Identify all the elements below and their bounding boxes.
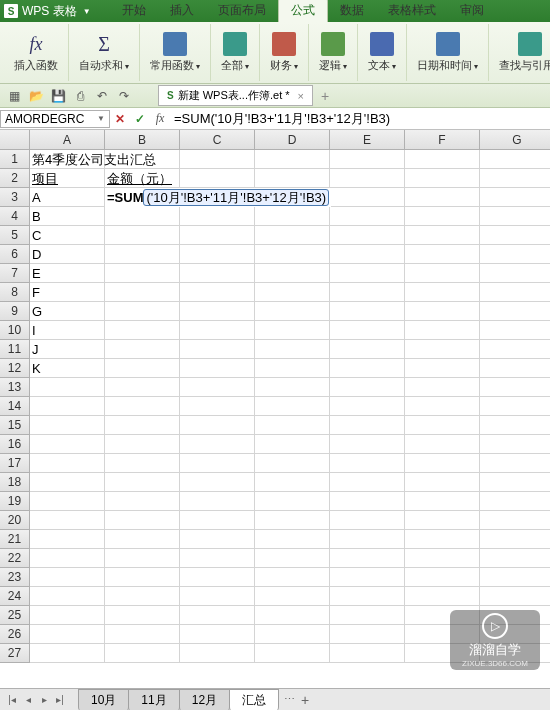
cell[interactable] — [105, 245, 180, 264]
autosum-button[interactable]: Σ 自动求和▾ — [75, 30, 133, 75]
cell[interactable] — [105, 416, 180, 435]
cell[interactable] — [330, 492, 405, 511]
lookup-fn-button[interactable]: 查找与引用▾ — [495, 30, 550, 75]
cell[interactable] — [480, 644, 550, 663]
row-header[interactable]: 13 — [0, 378, 30, 397]
cell[interactable] — [405, 169, 480, 188]
new-icon[interactable]: ▦ — [6, 88, 22, 104]
cell[interactable]: 项目 — [30, 169, 105, 188]
cell[interactable] — [180, 397, 255, 416]
cell[interactable] — [30, 511, 105, 530]
undo-icon[interactable]: ↶ — [94, 88, 110, 104]
cell[interactable] — [105, 530, 180, 549]
cell[interactable] — [255, 150, 330, 169]
cell[interactable] — [330, 340, 405, 359]
cell[interactable] — [480, 245, 550, 264]
row-header[interactable]: 6 — [0, 245, 30, 264]
row-header[interactable]: 2 — [0, 169, 30, 188]
cell[interactable] — [405, 435, 480, 454]
cell[interactable] — [405, 454, 480, 473]
cell[interactable] — [105, 568, 180, 587]
cell[interactable] — [480, 492, 550, 511]
cell[interactable]: 第4季度公司支出汇总 — [30, 150, 105, 169]
cell[interactable] — [330, 587, 405, 606]
confirm-edit-button[interactable]: ✓ — [130, 112, 150, 126]
cell[interactable] — [180, 473, 255, 492]
row-header[interactable]: 9 — [0, 302, 30, 321]
cell[interactable] — [405, 473, 480, 492]
row-header[interactable]: 7 — [0, 264, 30, 283]
cell[interactable] — [405, 397, 480, 416]
cell[interactable] — [105, 359, 180, 378]
cell[interactable] — [480, 378, 550, 397]
cell[interactable] — [480, 188, 550, 207]
cell[interactable] — [330, 264, 405, 283]
cell[interactable] — [405, 226, 480, 245]
cell[interactable] — [480, 587, 550, 606]
col-header-B[interactable]: B — [105, 130, 180, 150]
cell[interactable] — [105, 454, 180, 473]
cell[interactable]: B — [30, 207, 105, 226]
row-header[interactable]: 24 — [0, 587, 30, 606]
cell[interactable] — [255, 245, 330, 264]
cell[interactable] — [105, 302, 180, 321]
cell[interactable] — [405, 340, 480, 359]
cell[interactable] — [405, 378, 480, 397]
cell[interactable] — [480, 302, 550, 321]
cell[interactable] — [180, 435, 255, 454]
row-header[interactable]: 25 — [0, 606, 30, 625]
print-icon[interactable]: ⎙ — [72, 88, 88, 104]
cell[interactable] — [105, 340, 180, 359]
open-icon[interactable]: 📂 — [28, 88, 44, 104]
cell[interactable] — [330, 207, 405, 226]
cells-area[interactable]: 第4季度公司支出汇总项目金额（元）A=SUM('10月'!B3+'11月'!B3… — [30, 150, 550, 663]
cell[interactable] — [105, 492, 180, 511]
cell[interactable]: K — [30, 359, 105, 378]
cell[interactable] — [405, 416, 480, 435]
cell[interactable] — [405, 283, 480, 302]
cell[interactable] — [255, 207, 330, 226]
tab-tablestyle[interactable]: 表格样式 — [376, 0, 448, 22]
row-header[interactable]: 18 — [0, 473, 30, 492]
cell[interactable] — [180, 606, 255, 625]
cell[interactable] — [330, 302, 405, 321]
cell[interactable] — [480, 473, 550, 492]
cell[interactable] — [255, 302, 330, 321]
col-header-G[interactable]: G — [480, 130, 550, 150]
cell[interactable] — [180, 226, 255, 245]
datetime-fn-button[interactable]: 日期和时间▾ — [413, 30, 482, 75]
cell[interactable] — [405, 625, 480, 644]
cell[interactable] — [330, 530, 405, 549]
cell[interactable] — [405, 511, 480, 530]
row-header[interactable]: 26 — [0, 625, 30, 644]
cell[interactable] — [30, 397, 105, 416]
cell[interactable] — [30, 378, 105, 397]
col-header-E[interactable]: E — [330, 130, 405, 150]
col-header-A[interactable]: A — [30, 130, 105, 150]
cell[interactable] — [330, 150, 405, 169]
cell[interactable] — [105, 283, 180, 302]
cell[interactable] — [480, 530, 550, 549]
cell[interactable] — [180, 321, 255, 340]
cell[interactable]: J — [30, 340, 105, 359]
cell[interactable] — [255, 530, 330, 549]
cell[interactable] — [105, 606, 180, 625]
cell[interactable] — [180, 150, 255, 169]
cell[interactable] — [255, 321, 330, 340]
col-header-F[interactable]: F — [405, 130, 480, 150]
cell[interactable]: D — [30, 245, 105, 264]
cell[interactable] — [180, 283, 255, 302]
row-header[interactable]: 12 — [0, 359, 30, 378]
cell[interactable] — [255, 454, 330, 473]
cell[interactable] — [255, 416, 330, 435]
tab-formula[interactable]: 公式 — [278, 0, 328, 22]
cell[interactable] — [30, 530, 105, 549]
sheet-first-icon[interactable]: |◂ — [4, 694, 20, 705]
cell[interactable] — [180, 245, 255, 264]
cell[interactable] — [405, 492, 480, 511]
sheet-tab-summary[interactable]: 汇总 — [229, 689, 279, 711]
row-header[interactable]: 14 — [0, 397, 30, 416]
cell[interactable] — [255, 587, 330, 606]
cell[interactable] — [105, 150, 180, 169]
cell[interactable] — [180, 568, 255, 587]
